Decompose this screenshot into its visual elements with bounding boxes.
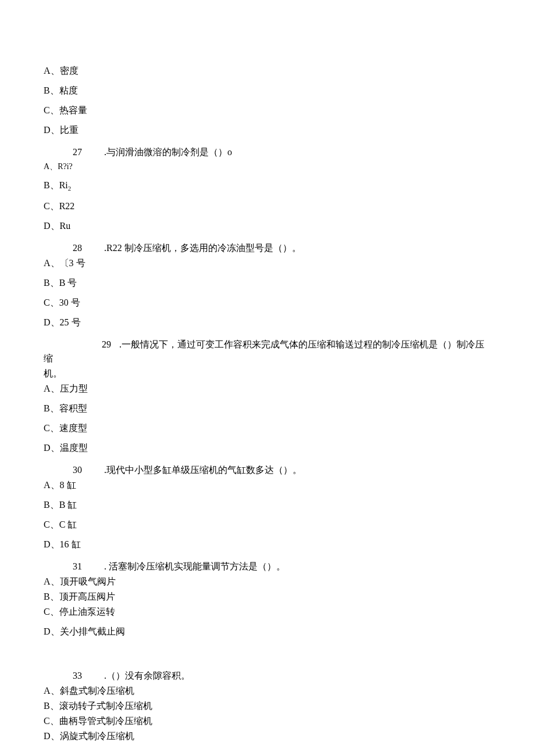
question-number: 31 [73, 560, 90, 574]
option-a: A、顶开吸气阀片 [44, 575, 491, 589]
option-a: A、〔3 号 [44, 256, 491, 270]
question-text: .R22 制冷压缩机，多选用的冷冻油型号是（）。 [104, 243, 301, 253]
option-d: D、涡旋式制冷压缩机 [44, 729, 491, 743]
question-block-29: 29 .一般情况下，通过可变工作容积来完成气体的压缩和输送过程的制冷压缩机是（）… [44, 338, 491, 455]
question-stem: 28 .R22 制冷压缩机，多选用的冷冻油型号是（）。 [44, 241, 491, 255]
gap [44, 647, 491, 664]
option-d: D、关小排气截止阀 [44, 625, 491, 639]
option-c: C、C 缸 [44, 518, 491, 532]
question-text: . 活塞制冷压缩机实现能量调节方法是（）。 [104, 561, 286, 571]
option-c: C、速度型 [44, 421, 491, 435]
option-b: B、粘度 [44, 84, 491, 98]
option-a: A、8 缸 [44, 478, 491, 492]
question-block-30: 30 .现代中小型多缸单级压缩机的气缸数多达（）。 A、8 缸 B、B 缸 C、… [44, 463, 491, 551]
question-text: .（）没有余隙容积。 [104, 671, 190, 680]
question-number: 33 [73, 669, 90, 683]
question-block-prev: A、密度 B、粘度 C、热容量 D、比重 [44, 64, 491, 137]
question-block-33: 33 .（）没有余隙容积。 A、斜盘式制冷压缩机 B、滚动转子式制冷压缩机 C、… [44, 669, 491, 743]
question-stem: 31 . 活塞制冷压缩机实现能量调节方法是（）。 [44, 560, 491, 574]
option-b: B、滚动转子式制冷压缩机 [44, 699, 491, 713]
option-b: B、Ri2 [44, 178, 491, 194]
question-number: 28 [73, 241, 90, 255]
option-d: D、Ru [44, 219, 491, 233]
option-d: D、16 缸 [44, 538, 491, 551]
option-d: D、25 号 [44, 316, 491, 329]
question-number: 29 [73, 338, 111, 352]
question-stem-continuation: 机。 [44, 367, 491, 381]
option-a: A、R?i? [44, 160, 491, 173]
question-block-28: 28 .R22 制冷压缩机，多选用的冷冻油型号是（）。 A、〔3 号 B、B 号… [44, 241, 491, 329]
question-text: .与润滑油微溶的制冷剂是（）o [104, 147, 232, 157]
option-c: C、30 号 [44, 296, 491, 310]
option-b: B、B 号 [44, 276, 491, 290]
question-number: 27 [73, 145, 90, 159]
question-block-31: 31 . 活塞制冷压缩机实现能量调节方法是（）。 A、顶开吸气阀片 B、顶开高压… [44, 560, 491, 639]
question-text: .现代中小型多缸单级压缩机的气缸数多达（）。 [104, 465, 302, 475]
option-c: C、热容量 [44, 103, 491, 117]
option-a: A、斜盘式制冷压缩机 [44, 684, 491, 698]
option-b: B、顶开高压阀片 [44, 590, 491, 604]
question-stem: 33 .（）没有余隙容积。 [44, 669, 491, 683]
option-a: A、密度 [44, 64, 491, 78]
question-block-27: 27 .与润滑油微溶的制冷剂是（）o A、R?i? B、Ri2 C、R22 D、… [44, 145, 491, 233]
option-d: D、温度型 [44, 441, 491, 455]
document-page: A、密度 B、粘度 C、热容量 D、比重 27 .与润滑油微溶的制冷剂是（）o … [0, 0, 535, 756]
option-b: B、容积型 [44, 402, 491, 415]
option-c: C、曲柄导管式制冷压缩机 [44, 714, 491, 728]
question-stem: 29 .一般情况下，通过可变工作容积来完成气体的压缩和输送过程的制冷压缩机是（）… [44, 338, 491, 366]
option-d: D、比重 [44, 123, 491, 137]
option-b: B、B 缸 [44, 498, 491, 512]
option-c: C、停止油泵运转 [44, 605, 491, 619]
option-c: C、R22 [44, 199, 491, 213]
question-stem: 30 .现代中小型多缸单级压缩机的气缸数多达（）。 [44, 463, 491, 477]
question-stem: 27 .与润滑油微溶的制冷剂是（）o [44, 145, 491, 159]
question-number: 30 [73, 463, 90, 477]
option-a: A、压力型 [44, 382, 491, 396]
